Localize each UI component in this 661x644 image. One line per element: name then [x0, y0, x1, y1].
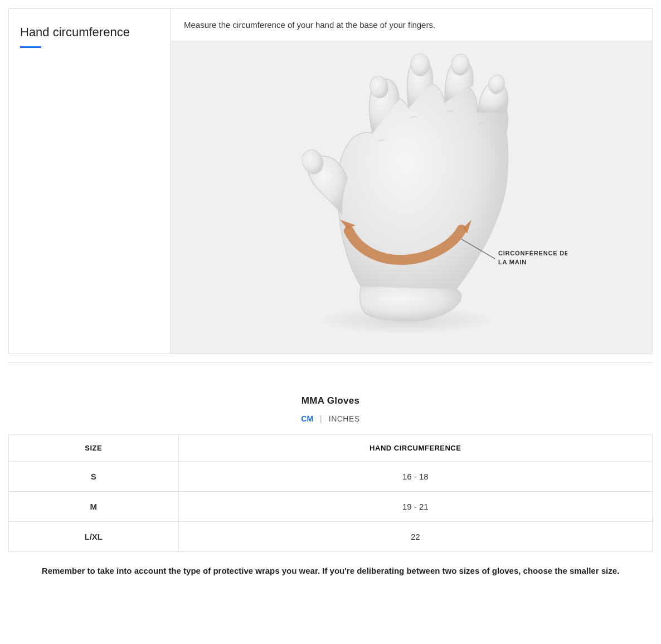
circumference-label-line2: LA MAIN	[498, 259, 527, 265]
unit-inches-button[interactable]: INCHES	[329, 414, 360, 423]
table-row: M 19 - 21	[9, 491, 653, 521]
notice-text: Remember to take into account the type o…	[8, 552, 653, 594]
size-cell: S	[9, 461, 179, 491]
bottom-section: MMA Gloves CM | INCHES SIZE HAND CIRCUMF…	[8, 363, 653, 594]
measurement-cell: 16 - 18	[178, 461, 653, 491]
unit-separator: |	[320, 414, 322, 423]
hand-image-area: CIRCONFÉRENCE DE LA MAIN	[171, 41, 652, 354]
size-table-body: S 16 - 18 M 19 - 21 L/XL 22	[9, 461, 653, 551]
size-cell: M	[9, 491, 179, 521]
table-row: L/XL 22	[9, 521, 653, 551]
right-panel: Measure the circumference of your hand a…	[171, 9, 652, 354]
middle-tip	[411, 54, 430, 76]
circumference-label-line1: CIRCONFÉRENCE DE	[498, 250, 567, 256]
unit-cm-button[interactable]: CM	[301, 414, 313, 423]
section-title: Hand circumference	[20, 25, 159, 41]
hand-svg: CIRCONFÉRENCE DE LA MAIN	[255, 52, 567, 342]
blue-underline-decoration	[20, 46, 41, 48]
unit-toggle: CM | INCHES	[8, 414, 653, 423]
table-row: S 16 - 18	[9, 461, 653, 491]
top-section: Hand circumference Measure the circumfer…	[8, 8, 653, 354]
col-circumference-header: HAND CIRCUMFERENCE	[178, 434, 653, 461]
hand-palm	[338, 83, 508, 309]
size-table: SIZE HAND CIRCUMFERENCE S 16 - 18 M 19 -…	[8, 434, 653, 552]
product-title: MMA Gloves	[8, 395, 653, 406]
col-size-header: SIZE	[9, 434, 179, 461]
hand-illustration: CIRCONFÉRENCE DE LA MAIN	[171, 41, 652, 354]
left-panel: Hand circumference	[9, 9, 171, 354]
size-cell: L/XL	[9, 521, 179, 551]
instruction-text: Measure the circumference of your hand a…	[171, 9, 652, 41]
measurement-cell: 22	[178, 521, 653, 551]
measurement-cell: 19 - 21	[178, 491, 653, 521]
table-header-row: SIZE HAND CIRCUMFERENCE	[9, 434, 653, 461]
